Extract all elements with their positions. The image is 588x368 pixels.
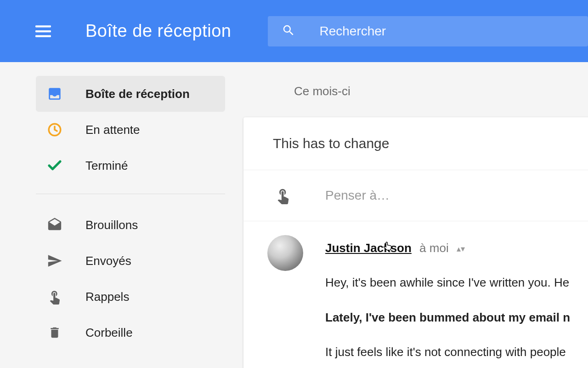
hamburger-icon xyxy=(35,25,51,37)
message-subject: This has to change xyxy=(243,117,588,170)
sidebar-item-sent[interactable]: Envoyés xyxy=(36,243,225,279)
menu-button[interactable] xyxy=(34,22,52,40)
search-input[interactable] xyxy=(319,24,574,39)
page-title: Boîte de réception xyxy=(85,21,231,41)
search-icon xyxy=(282,23,295,39)
reminder-row[interactable]: Penser à… xyxy=(243,170,588,221)
sidebar-item-inbox[interactable]: Boîte de réception xyxy=(36,76,225,112)
search-box[interactable] xyxy=(268,16,588,46)
message-from-line[interactable]: Justin Jackson à moi ▴▾ xyxy=(325,237,588,259)
message-card: This has to change Penser à… Justin Jack… xyxy=(243,117,588,368)
sidebar-item-done[interactable]: Terminé xyxy=(36,148,225,184)
draft-icon xyxy=(46,216,63,234)
sidebar-item-label: Boîte de réception xyxy=(85,87,190,101)
svg-rect-1 xyxy=(35,30,51,32)
svg-rect-2 xyxy=(35,35,51,37)
sidebar: Boîte de réception En attente Terminé xyxy=(0,62,243,368)
message-body-line: Hey, it's been awhile since I've written… xyxy=(325,271,588,294)
sidebar-item-reminders[interactable]: Rappels xyxy=(36,279,225,315)
sidebar-divider xyxy=(36,194,225,194)
reminder-placeholder: Penser à… xyxy=(325,188,390,203)
message-body-line: Lately, I've been bummed about my email … xyxy=(325,306,588,329)
touch-icon xyxy=(46,288,63,305)
sidebar-item-label: En attente xyxy=(85,123,140,137)
inbox-icon xyxy=(46,85,63,103)
sidebar-item-label: Brouillons xyxy=(85,218,138,232)
sidebar-item-label: Terminé xyxy=(85,159,128,173)
sidebar-item-drafts[interactable]: Brouillons xyxy=(36,207,225,243)
sidebar-item-label: Corbeille xyxy=(85,326,133,340)
sender-name[interactable]: Justin Jackson xyxy=(325,241,412,255)
clock-icon xyxy=(46,121,63,138)
sidebar-item-label: Rappels xyxy=(85,290,129,304)
svg-rect-0 xyxy=(35,25,51,27)
recipient-dropdown-icon[interactable]: ▴▾ xyxy=(457,244,465,253)
sender-avatar[interactable] xyxy=(267,235,303,271)
recipient-text: à moi xyxy=(419,241,449,255)
section-header: Ce mois-ci xyxy=(243,62,588,98)
message-body-line: It just feels like it's not connecting w… xyxy=(325,341,588,363)
sidebar-item-snoozed[interactable]: En attente xyxy=(36,112,225,148)
app-header: Boîte de réception xyxy=(0,0,588,62)
main-pane: Ce mois-ci This has to change Penser à… … xyxy=(243,62,588,368)
send-icon xyxy=(46,252,63,270)
trash-icon xyxy=(46,324,63,341)
touch-icon xyxy=(273,186,293,205)
sidebar-item-trash[interactable]: Corbeille xyxy=(36,315,225,351)
message-body: Justin Jackson à moi ▴▾ Hey, it's been a… xyxy=(243,221,588,368)
sidebar-item-label: Envoyés xyxy=(85,254,131,268)
check-icon xyxy=(46,157,63,174)
